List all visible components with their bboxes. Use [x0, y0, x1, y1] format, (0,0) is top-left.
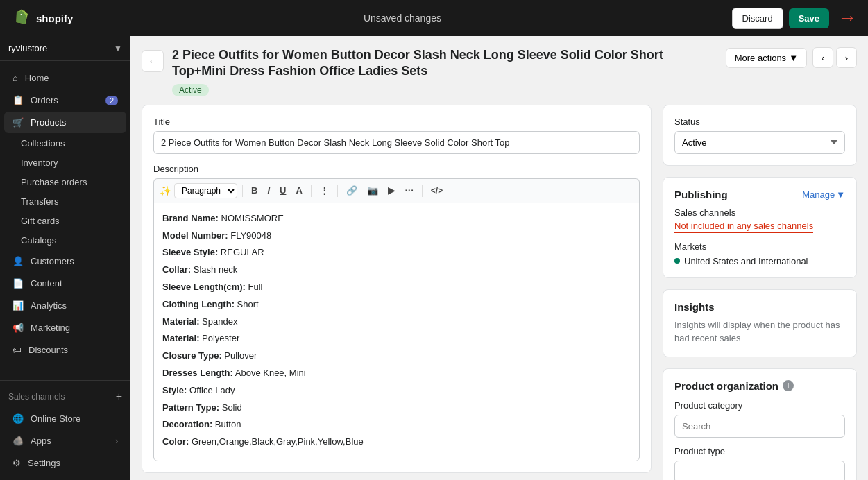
more-actions-label: More actions: [735, 53, 786, 63]
more-actions-button[interactable]: More actions ▼: [726, 48, 807, 68]
toolbar-separator-2: [311, 185, 312, 197]
status-title: Status: [674, 117, 845, 127]
sidebar-item-customers[interactable]: 👤 Customers: [4, 250, 126, 272]
sidebar-item-collections[interactable]: Collections: [4, 134, 126, 153]
editor-toolbar: ✨ Paragraph Heading 1 Heading 2 B I U A …: [153, 178, 640, 203]
sales-channels-header: Sales channels +: [0, 386, 130, 407]
image-button[interactable]: 📷: [364, 183, 382, 198]
publishing-title: Publishing: [674, 189, 728, 200]
sidebar-nav: ⌂ Home 📋 Orders 2 🛒 Products Collections…: [0, 61, 130, 380]
topbar: shopify Unsaved changes Discard Save →: [0, 0, 868, 36]
orders-icon: 📋: [12, 95, 24, 105]
insights-text: Insights will display when the product h…: [674, 318, 845, 345]
apps-expand-icon: ›: [115, 436, 118, 446]
product-title-area: 2 Piece Outfits for Women Button Decor S…: [172, 47, 717, 96]
sidebar-item-catalogs[interactable]: Catalogs: [4, 231, 126, 250]
toolbar-separator-4: [422, 185, 423, 197]
sales-channels-add-icon[interactable]: +: [116, 391, 122, 403]
orders-badge: 2: [105, 96, 118, 105]
store-name: ryviustore: [8, 43, 47, 53]
sidebar-bottom: Sales channels + 🌐 Online Store 🪨 Apps ›…: [0, 380, 130, 480]
save-button[interactable]: Save: [789, 8, 829, 28]
source-button[interactable]: </>: [427, 184, 446, 198]
status-select[interactable]: Active Draft: [674, 131, 845, 154]
sidebar-item-transfers[interactable]: Transfers: [4, 192, 126, 211]
sidebar-item-label: Online Store: [31, 413, 80, 424]
sidebar-sub-label: Transfers: [21, 196, 58, 207]
toolbar-separator-1: [242, 185, 243, 197]
sidebar-item-label: Orders: [31, 95, 58, 105]
store-chevron-icon: ▼: [114, 44, 122, 53]
manage-chevron-icon: ▼: [836, 189, 845, 200]
sidebar-item-label: Products: [31, 117, 66, 128]
right-panel: Status Active Draft Publishing Manage ▼: [663, 105, 857, 480]
more-actions-chevron-icon: ▼: [789, 53, 798, 63]
sidebar-item-settings[interactable]: ⚙ Settings: [4, 452, 126, 474]
bold-button[interactable]: B: [248, 183, 261, 198]
manage-label: Manage: [802, 189, 835, 200]
logo: shopify: [11, 8, 73, 28]
sidebar-item-orders[interactable]: 📋 Orders 2: [4, 89, 126, 111]
sidebar-item-discounts[interactable]: 🏷 Discounts: [4, 339, 126, 361]
title-input[interactable]: [153, 131, 640, 154]
sidebar-item-inventory[interactable]: Inventory: [4, 153, 126, 172]
insights-title: Insights: [674, 301, 845, 313]
next-product-button[interactable]: ›: [836, 47, 857, 68]
market-item: United States and International: [674, 256, 845, 266]
product-type-input[interactable]: [674, 461, 845, 480]
topbar-actions: Discard Save →: [732, 7, 857, 29]
product-header: ← 2 Piece Outfits for Women Button Decor…: [142, 47, 857, 96]
editor-body[interactable]: Brand Name: NOMISSMORE Model Number: FLY…: [153, 203, 640, 461]
link-button[interactable]: 🔗: [343, 183, 361, 198]
sidebar-sub-label: Purchase orders: [21, 177, 87, 187]
left-column: Title Description ✨ Paragraph Heading 1 …: [142, 105, 652, 480]
sidebar-item-label: Analytics: [31, 300, 67, 311]
customers-icon: 👤: [12, 256, 24, 266]
sidebar-item-label: Home: [25, 73, 49, 83]
discard-button[interactable]: Discard: [732, 8, 783, 29]
store-selector[interactable]: ryviustore ▼: [0, 36, 130, 61]
more-button[interactable]: ⋯: [401, 183, 417, 198]
sidebar-item-online-store[interactable]: 🌐 Online Store: [4, 408, 126, 429]
sidebar-item-marketing[interactable]: 📢 Marketing: [4, 317, 126, 338]
info-icon[interactable]: i: [783, 380, 794, 391]
online-store-icon: 🌐: [12, 413, 24, 424]
color-button[interactable]: A: [292, 183, 305, 198]
align-button[interactable]: ⋮: [316, 183, 332, 198]
product-org-label: Product organization: [674, 380, 778, 392]
sidebar-item-products[interactable]: 🛒 Products: [4, 112, 126, 133]
products-icon: 🛒: [12, 117, 24, 128]
home-icon: ⌂: [12, 73, 18, 83]
market-name: United States and International: [684, 256, 808, 266]
sidebar-item-home[interactable]: ⌂ Home: [4, 67, 126, 89]
product-org-title: Product organization i: [674, 380, 845, 392]
italic-button[interactable]: I: [264, 183, 273, 198]
product-category-search[interactable]: [674, 415, 845, 438]
not-included-text: Not included in any sales channels: [674, 221, 813, 233]
publishing-header: Publishing Manage ▼: [674, 189, 845, 200]
market-dot-icon: [674, 258, 680, 264]
sidebar-item-analytics[interactable]: 📊 Analytics: [4, 295, 126, 316]
toolbar-separator-3: [337, 185, 338, 197]
sales-channels-label: Sales channels: [674, 207, 845, 218]
manage-link[interactable]: Manage ▼: [802, 189, 845, 200]
sidebar-sub-label: Inventory: [21, 157, 58, 168]
description-label: Description: [153, 164, 640, 174]
underline-button[interactable]: U: [276, 183, 289, 198]
publishing-card: Publishing Manage ▼ Sales channels Not i…: [663, 177, 857, 278]
title-label: Title: [153, 117, 640, 127]
sidebar-item-purchase-orders[interactable]: Purchase orders: [4, 173, 126, 191]
sidebar-item-content[interactable]: 📄 Content: [4, 273, 126, 294]
unsaved-label: Unsaved changes: [364, 12, 441, 24]
prev-product-button[interactable]: ‹: [812, 47, 833, 68]
sidebar-item-gift-cards[interactable]: Gift cards: [4, 212, 126, 230]
discounts-icon: 🏷: [12, 345, 22, 355]
more-actions-area: More actions ▼ ‹ ›: [726, 47, 857, 68]
sidebar: ryviustore ▼ ⌂ Home 📋 Orders 2 🛒 Product…: [0, 36, 130, 480]
sidebar-item-apps[interactable]: 🪨 Apps ›: [4, 430, 126, 452]
status-badge: Active: [172, 84, 209, 96]
back-button[interactable]: ←: [142, 50, 164, 72]
sidebar-item-label: Customers: [31, 256, 74, 266]
paragraph-select[interactable]: Paragraph Heading 1 Heading 2: [174, 183, 237, 198]
video-button[interactable]: ▶: [384, 183, 398, 198]
